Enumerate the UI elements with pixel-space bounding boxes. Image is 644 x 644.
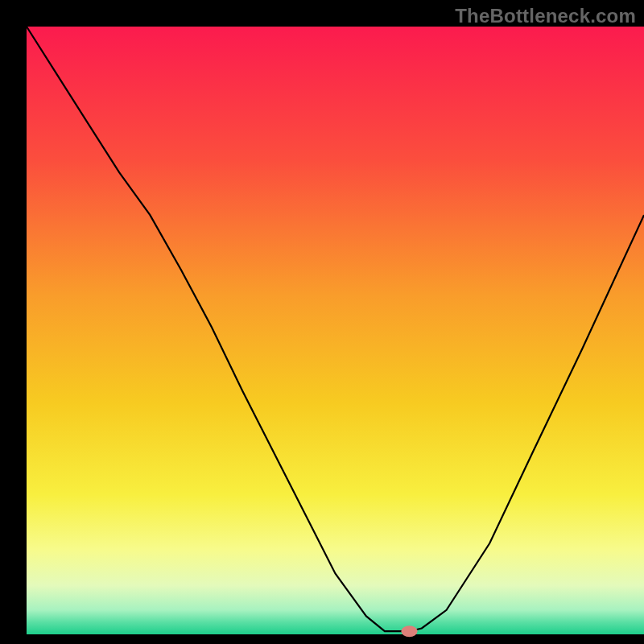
chart-container: TheBottleneck.com xyxy=(0,0,644,644)
plot-background xyxy=(27,27,644,634)
bottleneck-minimum-marker xyxy=(402,625,418,637)
plot-svg xyxy=(0,0,644,644)
watermark-text: TheBottleneck.com xyxy=(455,5,636,27)
